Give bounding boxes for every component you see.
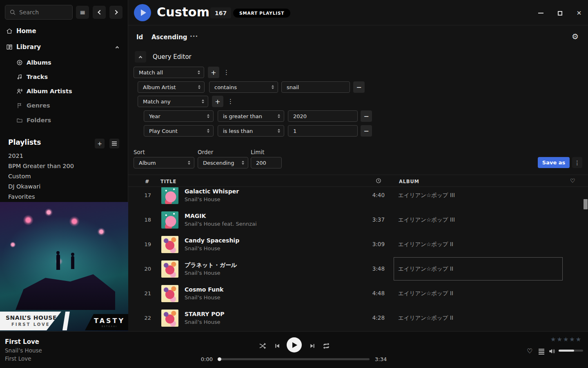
root-match-select[interactable]: Match all (134, 67, 204, 78)
rule-value-field[interactable] (293, 113, 354, 119)
playlist-item[interactable]: BPM Greater than 200 (8, 161, 118, 171)
save-menu-button[interactable]: ⋮ (572, 157, 582, 168)
sort-select[interactable]: Album (134, 157, 194, 168)
rule-value-input[interactable] (288, 110, 358, 122)
add-group-rule-button[interactable]: + (212, 96, 223, 107)
favorite-column-header[interactable]: ♡ (570, 177, 575, 184)
track-artist[interactable]: Snail’s House (185, 270, 220, 276)
sidebar-item-genres[interactable]: Genres (0, 100, 128, 111)
playlist-item[interactable]: DJ Okawari (8, 182, 118, 191)
track-album[interactable]: エイリアン☆ポップ II (398, 290, 453, 297)
order-select[interactable]: Descending (198, 157, 248, 168)
title-column-header[interactable]: TITLE (160, 179, 176, 184)
menu-button[interactable]: ≡ (76, 6, 89, 19)
minimize-button[interactable] (537, 9, 545, 17)
rule-operator-select[interactable]: contains (209, 81, 278, 93)
shuffle-button[interactable] (258, 342, 267, 350)
star-icon[interactable]: ★ (557, 336, 562, 343)
table-row[interactable]: 17 Galactic Whisper Snail’s House 4:40 エ… (128, 187, 588, 208)
manage-playlists-button[interactable] (109, 139, 119, 148)
star-icon[interactable]: ★ (550, 336, 556, 343)
remove-rule-button[interactable]: − (361, 110, 372, 122)
playlist-item[interactable]: Custom (8, 171, 118, 181)
seek-bar[interactable] (218, 358, 370, 360)
sort-field-button[interactable]: Id (136, 34, 143, 41)
track-artist[interactable]: Snail’s House (185, 245, 220, 251)
now-playing-menu-button[interactable]: ⋮ (33, 339, 39, 345)
search-field[interactable] (19, 9, 64, 16)
rule-field-select[interactable]: Album Artist (138, 81, 205, 93)
table-row[interactable]: 20 プラネット・ガール Snail’s House 3:48 エイリアン☆ポッ… (128, 257, 588, 281)
track-album[interactable]: エイリアン☆ポップ II (398, 241, 453, 248)
add-playlist-button[interactable]: + (95, 139, 105, 148)
forward-button[interactable] (109, 6, 122, 19)
rule-value-input[interactable] (281, 81, 350, 93)
star-icon[interactable]: ★ (569, 336, 575, 343)
remove-rule-button[interactable]: − (353, 81, 365, 93)
rule-field-select[interactable]: Year (144, 110, 214, 122)
favorite-button[interactable]: ♡ (527, 347, 532, 355)
remove-rule-button[interactable]: − (361, 125, 372, 137)
collapse-library-icon[interactable] (116, 46, 119, 49)
group-menu-button[interactable]: ⋮ (227, 99, 234, 105)
more-options-button[interactable]: ··· (190, 33, 198, 40)
playlist-item[interactable]: 2021 (8, 151, 118, 161)
rule-operator-select[interactable]: is less than (218, 125, 284, 137)
play-playlist-button[interactable] (134, 4, 151, 21)
rule-operator-select[interactable]: is greater than (218, 110, 284, 122)
table-row[interactable]: 19 Candy Spaceship Snail’s House 3:09 エイ… (128, 232, 588, 257)
volume-slider[interactable] (559, 350, 583, 352)
rating-stars[interactable]: ★ ★ ★ ★ ★ (550, 336, 581, 343)
add-rule-button[interactable]: + (208, 67, 219, 78)
play-pause-button[interactable] (287, 337, 302, 352)
track-artist[interactable]: Snail’s House feat. Sennzai (185, 221, 257, 227)
sidebar-item-tracks[interactable]: Tracks (0, 72, 128, 82)
save-as-button[interactable]: Save as (538, 157, 570, 168)
repeat-button[interactable] (322, 342, 330, 350)
queue-button[interactable] (539, 349, 544, 355)
sidebar-item-home[interactable]: Home (0, 26, 128, 36)
sidebar-item-albums[interactable]: Albums (0, 57, 128, 68)
duration-column-header[interactable] (376, 178, 381, 185)
next-button[interactable] (308, 342, 316, 350)
sidebar-item-library[interactable]: Library (0, 42, 128, 52)
table-row[interactable]: 21 Cosmo Funk Snail’s House 4:48 エイリアン☆ポ… (128, 281, 588, 306)
sort-order-button[interactable]: Ascending (151, 34, 187, 41)
now-playing-artist[interactable]: Snail’s House (5, 347, 42, 354)
maximize-button[interactable] (556, 9, 564, 17)
table-row[interactable]: 22 STARRY POP Snail’s House 4:28 エイリアン☆ポ… (128, 306, 588, 330)
limit-input[interactable] (251, 157, 282, 168)
search-input[interactable] (5, 5, 73, 20)
seek-handle[interactable] (218, 357, 221, 361)
scrollbar-thumb[interactable] (584, 199, 588, 209)
gear-icon[interactable]: ⚙ (572, 32, 579, 41)
sidebar-item-album-artists[interactable]: Album Artists (0, 86, 128, 96)
index-column-header[interactable]: # (145, 178, 149, 184)
back-button[interactable] (93, 6, 106, 19)
close-button[interactable]: ✕ (575, 9, 583, 17)
album-column-header[interactable]: ALBUM (399, 179, 419, 184)
previous-button[interactable] (273, 342, 281, 350)
rule-value-field[interactable] (293, 128, 354, 134)
collapse-query-editor-button[interactable] (135, 51, 146, 63)
rule-value-input[interactable] (288, 125, 358, 137)
track-album[interactable]: エイリアン☆ポップ III (398, 216, 455, 224)
track-album[interactable]: エイリアン☆ポップ III (398, 192, 455, 199)
star-icon[interactable]: ★ (563, 336, 569, 343)
track-artist[interactable]: Snail’s House (185, 294, 220, 301)
now-playing-album[interactable]: First Love (5, 355, 31, 362)
rule-group-menu-button[interactable]: ⋮ (223, 70, 229, 76)
rule-value-field[interactable] (287, 84, 346, 90)
playlist-item[interactable]: Favorites (8, 192, 118, 202)
track-album[interactable]: エイリアン☆ポップ II (398, 314, 453, 322)
rule-field-select[interactable]: Play Count (144, 125, 214, 137)
track-album[interactable]: エイリアン☆ポップ II (398, 265, 453, 273)
limit-field[interactable] (256, 160, 278, 166)
volume-button[interactable] (548, 348, 556, 356)
star-icon[interactable]: ★ (576, 336, 581, 343)
table-row[interactable]: 18 MAGIK Snail’s House feat. Sennzai 3:3… (128, 208, 588, 232)
track-artist[interactable]: Snail’s House (185, 196, 220, 202)
track-artist[interactable]: Snail’s House (185, 319, 220, 325)
sidebar-item-folders[interactable]: Folders (0, 115, 128, 126)
group-match-select[interactable]: Match any (138, 96, 208, 107)
